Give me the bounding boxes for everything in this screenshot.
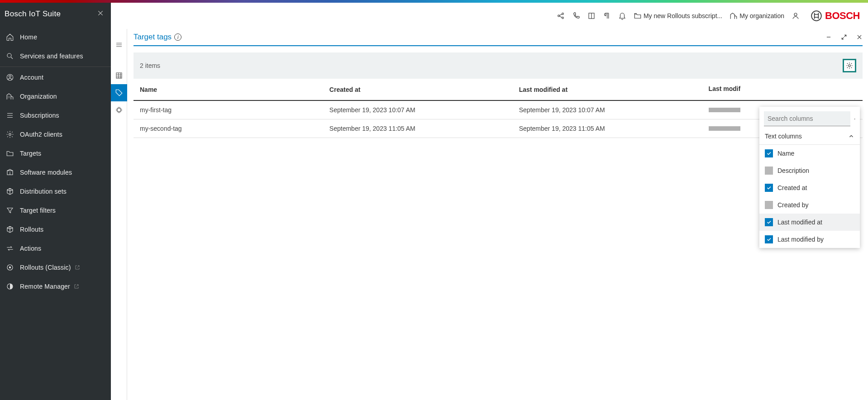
column-settings-button[interactable] [843, 59, 856, 72]
bosch-anchor-icon [811, 10, 822, 22]
cell-created-at: September 19, 2023 10:07 AM [323, 100, 513, 119]
building-icon [730, 12, 738, 20]
column-option-created-by[interactable]: Created by [759, 196, 860, 214]
svg-point-0 [7, 53, 11, 57]
panel-controls [825, 34, 863, 40]
book-icon[interactable] [587, 12, 596, 20]
vertical-toolbar [111, 29, 127, 400]
column-search-row [759, 107, 860, 128]
th-modified-by[interactable]: Last modified by [702, 79, 863, 100]
sidebar-item-label: Subscriptions [20, 112, 59, 119]
sidebar-title: Bosch IoT Suite [5, 10, 61, 19]
sidebar-item-target-filters[interactable]: Target filters [0, 201, 111, 220]
sidebar-item-software-modules[interactable]: Software modules [0, 163, 111, 182]
sidebar-item-rollouts[interactable]: Rollouts [0, 220, 111, 239]
sidebar-item-label: Remote Manager [20, 283, 70, 290]
column-section-header[interactable]: Text columns [759, 128, 860, 145]
th-modified-by-label: Last modified by [709, 85, 740, 92]
close-icon[interactable] [856, 34, 863, 40]
cell-name: my-second-tag [134, 119, 323, 138]
column-settings-popup: Text columns Name Description Created at [759, 107, 860, 248]
bosch-wordmark: BOSCH [825, 10, 860, 22]
info-icon[interactable]: i [174, 33, 181, 41]
svg-point-3 [9, 133, 11, 136]
package-icon [5, 168, 14, 177]
th-name[interactable]: Name [134, 79, 323, 100]
arrows-icon [5, 244, 14, 253]
vtoolbar-hamburger[interactable] [111, 36, 127, 53]
table-header-row: Name Created at Last modified at Last mo… [134, 79, 863, 100]
sidebar-item-organization[interactable]: Organization [0, 87, 111, 106]
sidebar-item-rollouts-classic[interactable]: Rollouts (Classic) [0, 258, 111, 277]
organization-link[interactable]: My organization [730, 12, 784, 20]
column-option-description[interactable]: Description [759, 162, 860, 179]
sidebar-item-services[interactable]: Services and features [0, 47, 111, 66]
paragraph-icon[interactable] [603, 12, 611, 20]
column-option-label: Last modified by [777, 236, 824, 243]
user-circle-icon [5, 73, 14, 82]
column-option-last-modified-by[interactable]: Last modified by [759, 231, 860, 248]
target-tags-panel: Target tags i 2 items [127, 29, 868, 400]
column-option-label: Created by [777, 201, 808, 209]
external-link-icon [75, 265, 80, 270]
minimize-icon[interactable] [825, 34, 832, 40]
checkbox-checked-icon [765, 235, 773, 243]
svg-point-12 [794, 13, 797, 16]
sidebar-item-label: OAuth2 clients [20, 131, 62, 138]
phone-icon[interactable] [572, 12, 580, 20]
column-option-name[interactable]: Name [759, 145, 860, 162]
vtoolbar-grid[interactable] [111, 67, 127, 84]
svg-point-16 [849, 65, 851, 67]
sidebar-item-label: Home [20, 33, 37, 41]
table-row[interactable]: my-first-tag September 19, 2023 10:07 AM… [134, 100, 863, 119]
sidebar-divider [0, 67, 111, 67]
main-area: My new Rollouts subscript... My organiza… [111, 3, 868, 400]
sidebar-item-label: Account [20, 74, 43, 81]
redacted-value [709, 126, 740, 131]
checkbox-unchecked-icon [765, 201, 773, 209]
content-row: Target tags i 2 items [111, 29, 868, 400]
chevron-up-icon [848, 133, 854, 139]
user-icon[interactable] [792, 12, 800, 20]
topbar: My new Rollouts subscript... My organiza… [111, 3, 868, 29]
sidebar-header: Bosch IoT Suite [0, 3, 111, 25]
sidebar-close-button[interactable] [97, 9, 104, 19]
sidebar-item-label: Rollouts [20, 226, 43, 233]
bell-icon[interactable] [618, 12, 626, 20]
redacted-value [709, 108, 740, 112]
table-row[interactable]: my-second-tag September 19, 2023 11:05 A… [134, 119, 863, 138]
svg-rect-15 [117, 108, 121, 112]
subscription-link[interactable]: My new Rollouts subscript... [634, 12, 722, 20]
reset-icon[interactable] [854, 115, 855, 123]
sidebar-item-targets[interactable]: Targets [0, 144, 111, 163]
column-search-input[interactable] [764, 111, 850, 126]
building-icon [5, 92, 14, 101]
column-option-last-modified-at[interactable]: Last modified at [759, 214, 860, 231]
sidebar-item-oauth2[interactable]: OAuth2 clients [0, 125, 111, 144]
column-option-label: Created at [777, 184, 807, 191]
column-option-created-at[interactable]: Created at [759, 179, 860, 196]
gear-icon [5, 130, 14, 139]
cell-created-at: September 19, 2023 11:05 AM [323, 119, 513, 138]
th-modified-at[interactable]: Last modified at [513, 79, 702, 100]
sidebar-item-subscriptions[interactable]: Subscriptions [0, 106, 111, 125]
expand-icon[interactable] [841, 34, 847, 40]
sidebar-item-remote-manager[interactable]: Remote Manager [0, 277, 111, 296]
share-icon[interactable] [557, 12, 565, 20]
checkbox-checked-icon [765, 149, 773, 157]
sidebar-item-home[interactable]: Home [0, 28, 111, 47]
bosch-logo: BOSCH [811, 10, 860, 22]
table-toolbar: 2 items [134, 52, 863, 79]
cube-icon [5, 225, 14, 234]
sidebar-item-distribution-sets[interactable]: Distribution sets [0, 182, 111, 201]
circle-half-icon [5, 282, 14, 291]
vtoolbar-tag[interactable] [111, 84, 127, 101]
svg-point-9 [562, 13, 564, 15]
sidebar-item-label: Target filters [20, 207, 56, 214]
th-created-at[interactable]: Created at [323, 79, 513, 100]
sidebar-item-label: Targets [20, 150, 41, 157]
column-option-label: Description [777, 167, 809, 174]
vtoolbar-chip[interactable] [111, 101, 127, 119]
sidebar-item-actions[interactable]: Actions [0, 239, 111, 258]
sidebar-item-account[interactable]: Account [0, 68, 111, 87]
